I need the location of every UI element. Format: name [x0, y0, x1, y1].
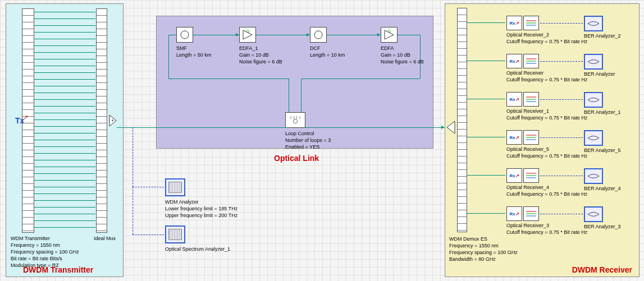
mux-icon: +	[109, 115, 121, 126]
ber-label: BER Analyzer_2	[584, 33, 621, 39]
ber-label: BER Analyzer	[584, 71, 615, 77]
diode-icon: ↗	[23, 114, 28, 121]
wire-rx-ber	[540, 61, 583, 62]
rx-param: Cutoff frequency = 0.75 * Bit rate Hz	[506, 114, 587, 121]
dcf-block[interactable]	[310, 27, 327, 43]
svg-point-5	[314, 31, 322, 39]
wire-loop-up-l	[168, 35, 169, 79]
wdm-analyzer-p1: Lower frequency limit = 185 THz	[165, 205, 237, 212]
wdm-analyzer-p2: Upper frequency limit = 200 THz	[165, 212, 237, 219]
ber-label: BER Analyzer_4	[584, 185, 621, 192]
wire-demux-rx	[467, 137, 505, 137]
smf-block[interactable]	[176, 27, 193, 43]
ber-analyzer-block[interactable]	[584, 168, 603, 184]
dcf-param: Length = 10 km	[310, 52, 345, 58]
ber-label: BER Analyzer_3	[584, 223, 621, 230]
smf-param: Length = 50 km	[176, 52, 211, 58]
optical-receiver-block[interactable]: Rx↗	[506, 54, 539, 68]
optical-receiver-block[interactable]: Rx↗	[506, 130, 539, 145]
wire-rx-ber	[540, 214, 583, 214]
ber-analyzer-block[interactable]	[584, 206, 603, 222]
schematic-canvas[interactable]: DWDM Transmitter Tx ↗ WDM Transmitter Fr…	[0, 0, 644, 281]
arrow-icon	[307, 33, 309, 36]
loop-control-block[interactable]	[285, 112, 305, 128]
filter-icon	[523, 92, 539, 107]
optical-receiver-block[interactable]: Rx↗	[506, 92, 539, 107]
filter-icon	[523, 130, 539, 145]
wire-tap-v1	[133, 127, 133, 187]
rx-icon: Rx↗	[506, 16, 522, 30]
wire-dcf-edfa2	[327, 35, 381, 35]
svg-text:+: +	[111, 118, 114, 123]
wire-loop-up-r	[420, 35, 421, 79]
wire-loop-to-smf	[168, 35, 176, 35]
arrow-icon	[441, 126, 444, 129]
wire-tap-v2	[133, 187, 133, 234]
filter-icon	[523, 206, 539, 221]
eye-diagram-icon	[587, 171, 600, 181]
wire-rx-ber	[540, 23, 583, 24]
demux-p0: Frequency = 1550 nm	[449, 242, 499, 249]
tx-name: WDM Transmitter	[11, 235, 50, 242]
link-title: Optical Link	[274, 154, 319, 163]
tx-param-1: Frequency spacing = 100 GHz	[11, 248, 79, 255]
wire-loop-top-r	[301, 79, 420, 79]
osa-block[interactable]	[165, 225, 185, 243]
rx-param: Cutoff frequency = 0.75 * Bit rate Hz	[506, 76, 587, 83]
wire-edfa1-dcf	[256, 35, 310, 35]
receiver-title: DWDM Receiver	[572, 265, 632, 274]
svg-text:G: G	[388, 29, 391, 33]
wire-smf-edfa1	[193, 35, 239, 35]
edfa2-label: EDFA	[381, 45, 394, 52]
rx-label: Optical Receiver_3	[506, 222, 549, 229]
ber-analyzer-block[interactable]	[584, 130, 603, 146]
svg-text:G: G	[246, 29, 249, 33]
fiber-coil-icon	[179, 29, 191, 41]
wire-rx-ber	[540, 99, 583, 100]
loop-label: Loop Control	[285, 130, 314, 137]
rx-param: Cutoff frequency = 0.75 * Bit rate Hz	[506, 229, 587, 236]
fiber-coil-icon	[312, 29, 325, 41]
edfa1-label: EDFA_1	[239, 45, 258, 52]
optical-receiver-block[interactable]: Rx↗	[506, 16, 539, 30]
wire-rx-ber	[540, 137, 583, 138]
amplifier-icon: G	[241, 29, 254, 41]
ber-analyzer-block[interactable]	[584, 92, 603, 108]
svg-point-8	[293, 119, 297, 123]
amplifier-icon: G	[383, 29, 395, 41]
rx-param: Cutoff frequency = 0.75 * Bit rate Hz	[506, 153, 587, 159]
wire-tap-osa	[133, 234, 164, 235]
demux-p1: Frequency spacing = 100 GHz	[449, 249, 518, 256]
tx-param-2: Bit rate = Bit rate Bits/s	[11, 255, 62, 262]
loop-p1: Number of loops = 3	[285, 137, 331, 144]
rx-label: Optical Receiver_5	[506, 146, 549, 153]
mux-label: Ideal Mux	[94, 235, 116, 242]
smf-label: SMF	[176, 45, 187, 52]
rx-icon: Rx↗	[506, 168, 522, 183]
wire-loop-demux	[305, 127, 445, 128]
optical-receiver-block[interactable]: Rx↗	[506, 206, 539, 221]
ideal-mux-ports	[96, 8, 107, 233]
wire-demux-rx	[467, 99, 505, 99]
optical-receiver-block[interactable]: Rx↗	[506, 168, 539, 183]
rx-label: Optical Receiver_4	[506, 184, 549, 191]
rx-param: Cutoff frequency = 0.75 * Bit rate Hz	[506, 191, 587, 197]
wire-demux-rx	[467, 175, 505, 176]
edfa1-p2: Noise figure = 6 dB	[239, 58, 282, 65]
filter-icon	[523, 54, 539, 68]
edfa1-block[interactable]: G	[239, 27, 256, 43]
eye-diagram-icon	[587, 209, 600, 219]
svg-point-2	[181, 31, 189, 39]
edfa2-p2: Noise figure = 6 dB	[381, 58, 424, 65]
ber-analyzer-block[interactable]	[584, 16, 603, 31]
wire-main-l	[130, 127, 287, 128]
wire-demux-rx	[467, 22, 505, 23]
wdm-analyzer-block[interactable]	[165, 178, 185, 196]
ber-label: BER Analyzer_5	[584, 147, 621, 154]
filter-icon	[523, 16, 539, 30]
wire-demux-rx	[467, 213, 505, 214]
tx-param-0: Frequency = 1550 nm	[11, 242, 60, 248]
edfa2-block[interactable]: G	[381, 27, 398, 43]
wire-loop-top-l	[168, 79, 289, 79]
ber-analyzer-block[interactable]	[584, 54, 603, 70]
